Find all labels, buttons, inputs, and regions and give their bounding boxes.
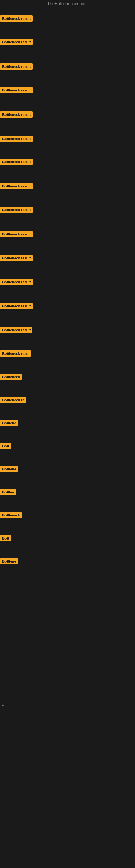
- bottleneck-badge[interactable]: Bottleneck result: [0, 303, 33, 309]
- bottleneck-item: Bottleneck result: [0, 135, 33, 143]
- bottleneck-item: Bottlene: [0, 558, 18, 565]
- bottleneck-badge[interactable]: Bottleneck resu: [0, 350, 31, 357]
- bottleneck-badge[interactable]: Bottleneck result: [0, 327, 32, 333]
- bottleneck-badge[interactable]: Bottleneck result: [0, 87, 33, 93]
- bottleneck-badge[interactable]: Bottleneck result: [0, 231, 33, 237]
- bottleneck-badge[interactable]: Bottleneck result: [0, 16, 33, 22]
- bottleneck-item: Bottleneck result: [0, 63, 33, 71]
- bottleneck-item: Bottleneck result: [0, 231, 33, 239]
- bottleneck-item: Bottleneck result: [0, 279, 33, 286]
- bottleneck-badge[interactable]: Bottleneck result: [0, 279, 33, 285]
- bottleneck-item: Bottleneck result: [0, 183, 33, 190]
- bottleneck-badge[interactable]: Bottleneck result: [0, 112, 33, 118]
- site-title: TheBottlenecker.com: [47, 1, 88, 6]
- bottleneck-badge[interactable]: Bottleneck result: [0, 183, 33, 189]
- bottleneck-badge[interactable]: Bottlene: [0, 558, 18, 564]
- bottleneck-item: Bottleneck result: [0, 255, 33, 262]
- bottleneck-badge[interactable]: Bottlen: [0, 489, 16, 495]
- bottleneck-badge[interactable]: Bottleneck result: [0, 207, 33, 213]
- bottleneck-item: Bottleneck result: [0, 207, 33, 214]
- bottleneck-item: Bottlen: [0, 489, 16, 496]
- bottleneck-item: Bottleneck result: [0, 16, 33, 23]
- bottleneck-badge[interactable]: Bottleneck: [0, 512, 21, 518]
- bottleneck-item: Bottleneck re: [0, 397, 27, 404]
- bottleneck-badge[interactable]: Bottleneck result: [0, 255, 33, 261]
- bottleneck-item: Bottleneck result: [0, 159, 33, 166]
- bottleneck-item: Bottleneck result: [0, 112, 33, 119]
- bottleneck-item: Bott: [0, 443, 11, 450]
- mark: ≡: [1, 703, 3, 707]
- bottleneck-badge[interactable]: Bott: [0, 535, 11, 541]
- bottleneck-item: Bottleneck result: [0, 87, 33, 94]
- bottleneck-badge[interactable]: Bottleneck: [0, 374, 21, 380]
- bottleneck-badge[interactable]: Bottleneck result: [0, 39, 33, 45]
- bottleneck-badge[interactable]: Bott: [0, 443, 11, 449]
- bottleneck-badge[interactable]: Bottlene: [0, 466, 18, 472]
- bottleneck-badge[interactable]: Bottleneck re: [0, 397, 27, 403]
- bottleneck-item: Bottleneck result: [0, 303, 33, 310]
- bottleneck-item: Bottleneck result: [0, 327, 32, 334]
- bottleneck-badge[interactable]: Bottleneck result: [0, 159, 33, 165]
- bottleneck-badge[interactable]: Bottleneck result: [0, 135, 33, 142]
- bottleneck-item: Bottleneck resu: [0, 350, 31, 358]
- mark: |: [1, 594, 2, 598]
- bottleneck-badge[interactable]: Bottlene: [0, 420, 18, 426]
- bottleneck-item: Bottlene: [0, 466, 18, 473]
- bottleneck-badge[interactable]: Bottleneck result: [0, 63, 33, 70]
- bottleneck-item: Bottleneck: [0, 374, 21, 381]
- bottleneck-item: Bottleneck result: [0, 39, 33, 46]
- bottleneck-item: Bottleneck: [0, 512, 21, 520]
- bottleneck-item: Bott: [0, 535, 11, 542]
- bottleneck-item: Bottlene: [0, 420, 18, 427]
